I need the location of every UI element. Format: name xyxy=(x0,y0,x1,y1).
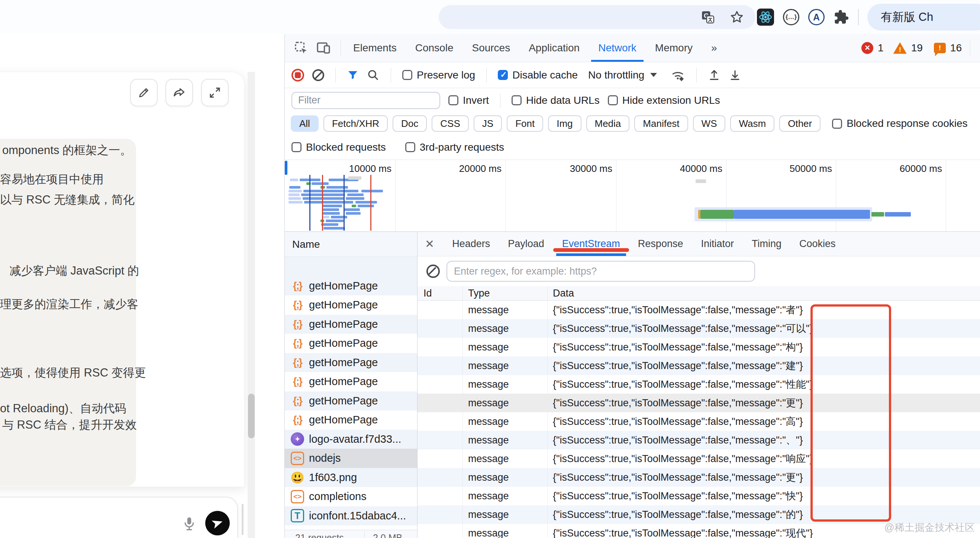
column-header-id[interactable]: Id xyxy=(417,286,463,300)
request-row[interactable]: {;} getHomePage xyxy=(285,315,417,334)
fullscreen-button[interactable] xyxy=(201,79,229,106)
third-party-control[interactable]: 3rd-party requests xyxy=(405,141,504,153)
record-network-log-icon[interactable] xyxy=(291,69,304,81)
blocked-cookies-control[interactable]: Blocked response cookies xyxy=(832,118,967,129)
request-type-chip[interactable]: Doc xyxy=(393,115,427,132)
column-header-data[interactable]: Data xyxy=(547,286,980,300)
eventstream-row[interactable]: message {"isSuccess":true,"isToolMessage… xyxy=(417,301,980,319)
eventstream-row[interactable]: message {"isSuccess":true,"isToolMessage… xyxy=(417,468,980,487)
import-har-icon[interactable] xyxy=(708,69,721,81)
eventstream-row[interactable]: message {"isSuccess":true,"isToolMessage… xyxy=(417,375,980,394)
hide-data-urls-checkbox[interactable] xyxy=(512,95,522,105)
eventstream-row[interactable]: message {"isSuccess":true,"isToolMessage… xyxy=(417,449,980,468)
microphone-icon[interactable] xyxy=(181,515,197,532)
hide-extension-urls-control[interactable]: Hide extension URLs xyxy=(608,94,720,106)
export-har-icon[interactable] xyxy=(729,69,741,81)
eventstream-row[interactable]: message {"isSuccess":true,"isToolMessage… xyxy=(417,338,980,356)
devtools-tab[interactable]: Sources xyxy=(463,34,519,62)
preserve-log-checkbox[interactable] xyxy=(402,70,412,80)
eventstream-row[interactable]: message {"isSuccess":true,"isToolMessage… xyxy=(417,319,980,338)
hide-data-urls-control[interactable]: Hide data URLs xyxy=(512,94,600,106)
throttling-select[interactable]: No throttling xyxy=(588,69,657,81)
request-type-chip[interactable]: JS xyxy=(474,115,502,132)
clear-network-log-icon[interactable] xyxy=(312,69,324,81)
a-extension-icon[interactable] xyxy=(808,9,825,25)
invert-control[interactable]: Invert xyxy=(449,94,489,106)
hide-extension-urls-checkbox[interactable] xyxy=(608,95,618,105)
send-button[interactable] xyxy=(205,511,230,535)
bookmark-star-icon[interactable] xyxy=(729,10,744,24)
disable-cache-checkbox[interactable] xyxy=(498,70,508,80)
eventstream-row[interactable]: message {"isSuccess":true,"isToolMessage… xyxy=(417,394,980,412)
devtools-tab[interactable]: Memory xyxy=(646,34,702,62)
filter-input[interactable] xyxy=(291,92,440,109)
eventstream-clear-icon[interactable] xyxy=(426,265,440,278)
request-type-chip[interactable]: Other xyxy=(779,115,821,132)
translate-icon[interactable]: G xyxy=(700,10,715,24)
request-row[interactable]: {;} getHomePage xyxy=(285,334,417,353)
devtools-tab[interactable]: Network xyxy=(589,34,646,62)
blocked-cookies-checkbox[interactable] xyxy=(832,119,842,129)
chat-input[interactable] xyxy=(0,497,238,538)
eventstream-regex-input[interactable] xyxy=(447,261,755,282)
console-badges[interactable]: 1 19 16 xyxy=(861,41,980,56)
request-row[interactable]: T iconfont.15dabac4... xyxy=(285,506,417,526)
detail-tab[interactable]: Response xyxy=(629,232,692,256)
network-overview-timeline[interactable]: 10000 ms 20000 ms 30000 ms 40000 xyxy=(285,160,980,232)
eventstream-row[interactable]: message {"isSuccess":true,"isToolMessage… xyxy=(417,487,980,505)
request-row[interactable]: 😃 1f603.png xyxy=(285,468,417,487)
request-type-chip[interactable]: All xyxy=(291,115,318,132)
filter-funnel-icon[interactable] xyxy=(347,69,359,81)
request-row[interactable]: {;} getHomePage xyxy=(285,353,417,372)
json-viewer-extension-icon[interactable] xyxy=(783,9,799,25)
page-scrollbar-thumb[interactable] xyxy=(248,394,255,438)
device-toolbar-icon[interactable] xyxy=(315,40,332,56)
request-row[interactable] xyxy=(285,257,417,276)
chrome-update-button[interactable]: 有新版 Ch xyxy=(867,4,980,30)
detail-tab[interactable]: Cookies xyxy=(791,232,845,256)
search-icon[interactable] xyxy=(367,69,380,81)
request-type-chip[interactable]: Wasm xyxy=(730,115,775,132)
request-type-chip[interactable]: Media xyxy=(586,115,630,132)
request-row[interactable]: {;} getHomePage xyxy=(285,410,417,430)
devtools-tab[interactable]: Application xyxy=(519,34,589,62)
request-type-chip[interactable]: Img xyxy=(548,115,581,132)
network-conditions-icon[interactable] xyxy=(670,68,685,83)
react-devtools-icon[interactable] xyxy=(757,8,774,26)
inspect-element-icon[interactable] xyxy=(293,40,309,56)
request-row[interactable]: <> nodejs xyxy=(285,449,417,468)
request-type-chip[interactable]: CSS xyxy=(432,115,468,132)
request-type-chip[interactable]: WS xyxy=(693,115,726,132)
request-row[interactable]: {;} getHomePage xyxy=(285,295,417,315)
devtools-tab[interactable]: Console xyxy=(406,34,463,62)
request-row[interactable]: ✦ logo-avatar.f7d33... xyxy=(285,430,417,449)
detail-tab[interactable]: Initiator xyxy=(692,232,743,256)
eventstream-row[interactable]: message {"isSuccess":true,"isToolMessage… xyxy=(417,431,980,449)
invert-checkbox[interactable] xyxy=(449,95,458,105)
eventstream-row[interactable]: message {"isSuccess":true,"isToolMessage… xyxy=(417,356,980,375)
third-party-checkbox[interactable] xyxy=(405,142,415,152)
omnibox[interactable]: G xyxy=(439,5,756,29)
detail-tab[interactable]: Payload xyxy=(499,232,553,256)
share-button[interactable] xyxy=(165,79,193,106)
disable-cache-control[interactable]: Disable cache xyxy=(498,69,578,81)
close-icon[interactable]: ✕ xyxy=(425,237,434,251)
overview-drag-handle[interactable] xyxy=(285,161,287,175)
column-header-type[interactable]: Type xyxy=(463,286,547,300)
devtools-tab[interactable]: » xyxy=(702,34,727,62)
request-list-header[interactable]: Name xyxy=(285,232,417,257)
devtools-tab[interactable]: Elements xyxy=(344,34,406,62)
blocked-requests-control[interactable]: Blocked requests xyxy=(291,141,386,153)
eventstream-row[interactable]: message {"isSuccess":true,"isToolMessage… xyxy=(417,412,980,431)
request-type-chip[interactable]: Font xyxy=(507,115,543,132)
preserve-log-control[interactable]: Preserve log xyxy=(402,69,475,81)
detail-tab[interactable]: Timing xyxy=(743,232,791,256)
request-type-chip[interactable]: Manifest xyxy=(634,115,688,132)
blocked-requests-checkbox[interactable] xyxy=(291,142,302,152)
request-row[interactable]: <> completions xyxy=(285,487,417,506)
detail-tab[interactable]: EventStream xyxy=(553,232,629,256)
extensions-puzzle-icon[interactable] xyxy=(834,9,849,25)
request-row[interactable]: {;} getHomePage xyxy=(285,391,417,411)
request-row[interactable]: {;} getHomePage xyxy=(285,372,417,391)
request-row[interactable]: {;} getHomePage xyxy=(285,276,417,296)
